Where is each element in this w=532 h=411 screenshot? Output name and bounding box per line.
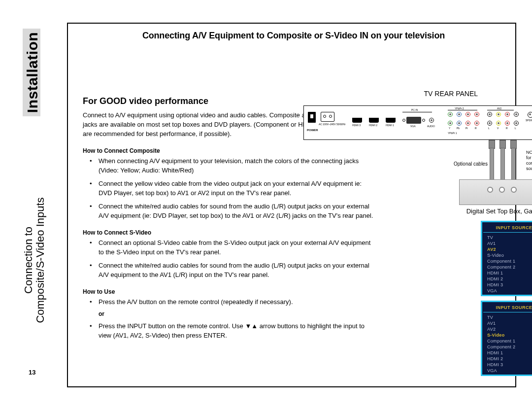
- input-item: HDMI 2: [483, 356, 532, 362]
- audio-jack-icon: [429, 118, 434, 123]
- input-item: TV: [483, 314, 532, 320]
- main-heading: Connecting A/V Equipment to Composite or…: [83, 31, 504, 41]
- input-menu-header-bottom: INPUT SOURCE: [483, 303, 532, 312]
- vga-screw-left: [402, 119, 405, 122]
- label-hdmi2: HDMI 2: [369, 124, 377, 127]
- hdmi2-port-icon: [369, 118, 379, 123]
- jack-av2-r: [505, 112, 510, 117]
- jack-spdif: [528, 112, 532, 118]
- jack-pr1: [466, 121, 470, 126]
- pc-in-bracket: [402, 112, 432, 112]
- jack-y2: [448, 112, 453, 117]
- hdmi1-port-icon: [386, 118, 396, 123]
- sidebar-subtitle: Connection to Composite/S-Video Inputs: [23, 197, 46, 323]
- input-item: HDMI 1: [483, 270, 532, 276]
- jack-pr2: [466, 112, 470, 117]
- stb-jack-1: [487, 187, 493, 193]
- label-y: Y: [449, 127, 450, 130]
- input-item: AV1: [483, 320, 532, 326]
- input-item: HDMI 1: [483, 350, 532, 356]
- stb-jack-2: [499, 187, 505, 193]
- composite-heading: How to Connect Composite: [83, 147, 504, 154]
- label-av2: AV2: [497, 107, 501, 110]
- av2-bracket: [487, 110, 514, 110]
- composite-bullet-1: When connecting A/V equipment to your te…: [83, 156, 373, 175]
- input-item: Component 1: [483, 338, 532, 344]
- input-item: HDMI 3: [483, 282, 532, 288]
- composite-list: When connecting A/V equipment to your te…: [83, 156, 373, 220]
- svideo-bullet-2: Connect the white/red audio cables for s…: [83, 261, 373, 279]
- label-r: R: [475, 127, 477, 130]
- input-item: HDMI 3: [483, 362, 532, 368]
- label-ypbpr1: YPbPr 1: [448, 132, 457, 135]
- howtouse-list-2: Press the INPUT button on the remote con…: [83, 321, 373, 340]
- label-audio: AUDIO: [427, 125, 435, 128]
- label-l: L: [488, 127, 490, 130]
- power-switch-icon: [308, 112, 316, 123]
- input-item: Component 2: [483, 344, 532, 350]
- sidebar-subtitle-line2: Composite/S-Video Inputs: [34, 197, 46, 323]
- jack-pb1: [457, 121, 462, 126]
- rear-panel-label: TV REAR PANEL: [424, 90, 478, 98]
- svideo-heading: How to Connect S-Video: [83, 229, 504, 236]
- label-ac: AC 100V~240V 50/60Hz: [319, 123, 336, 126]
- label-vga: VGA: [410, 125, 416, 128]
- jack-av1-l: [487, 121, 492, 126]
- howtouse-heading: How to Use: [83, 288, 504, 295]
- or-label: or: [83, 310, 504, 317]
- input-item: AV1: [483, 240, 532, 246]
- jack-av2-l2: [514, 112, 519, 117]
- input-item: Component 1: [483, 258, 532, 264]
- label-v: V: [497, 127, 499, 130]
- section-heading: For GOOD video performance: [83, 96, 504, 106]
- label-spdif: SPDIF: [526, 119, 532, 122]
- composite-bullet-2: Connect the yellow video cable from the …: [83, 179, 373, 198]
- input-item: AV2: [483, 326, 532, 332]
- input-item: HDMI 2: [483, 276, 532, 282]
- label-pb: Pb: [457, 127, 460, 130]
- input-source-menu-bottom: INPUT SOURCE TVAV1AV2S-VideoComponent 1C…: [481, 301, 532, 376]
- jack-pb2: [457, 112, 462, 117]
- stb-jack-3: [511, 187, 517, 193]
- composite-bullet-3: Connect the white/red audio cables for s…: [83, 202, 373, 220]
- vga-screw-right: [422, 119, 425, 122]
- hdmi3-port-icon: [352, 118, 362, 123]
- input-item: Component 2: [483, 264, 532, 270]
- set-top-box-label: Digital Set Top Box, Gaming Console: [451, 207, 532, 215]
- content: Connecting A/V Equipment to Composite or…: [83, 31, 504, 344]
- input-item: TV: [483, 235, 532, 240]
- vga-port-icon: [406, 117, 421, 124]
- howtouse-bullet-2: Press the INPUT button on the remote con…: [83, 321, 373, 340]
- label-hdmi3: HDMI 3: [352, 124, 361, 127]
- svideo-list: Connect an optional S-Video cable from t…: [83, 238, 373, 279]
- label-l2: L: [515, 127, 516, 130]
- page-number: 13: [29, 369, 35, 376]
- jack-r2a: [474, 112, 479, 117]
- input-menu-items-bottom: TVAV1AV2S-VideoComponent 1Component 2HDM…: [483, 314, 532, 374]
- label-r2: R: [506, 127, 508, 130]
- input-item: S-Video: [483, 332, 532, 338]
- jack-av2-l: [487, 112, 492, 117]
- cable-1: [490, 148, 494, 180]
- sidebar-title: Installation: [24, 32, 41, 113]
- ypbpr2-bracket: [448, 110, 477, 110]
- jack-av1-r: [505, 121, 510, 126]
- jack-av2-v: [496, 112, 501, 117]
- svideo-bullet-1: Connect an optional S-Video cable from t…: [83, 238, 373, 257]
- input-item: S-Video: [483, 252, 532, 258]
- optional-cables-label: Optional cables: [454, 161, 488, 167]
- label-pcin: PC IN: [411, 108, 418, 111]
- sidebar: Installation Connection to Composite/S-V…: [23, 23, 47, 387]
- jack-r1a: [474, 121, 479, 126]
- input-item: AV2: [483, 246, 532, 252]
- set-top-box-diagram: [459, 179, 532, 205]
- sidebar-subtitle-line1: Connection to: [22, 227, 34, 294]
- input-menu-items-top: TVAV1AV2S-VideoComponent 1Component 2HDM…: [483, 235, 532, 294]
- cable-2: [500, 148, 505, 180]
- label-hdmi1: HDMI 1: [386, 124, 394, 127]
- howtouse-list-1: Press the A/V button on the remote contr…: [83, 297, 373, 307]
- jack-av1-v: [496, 121, 501, 126]
- rear-panel-diagram: POWER AC 100V~240V 50/60Hz HDMI 3 HDMI 2…: [303, 105, 532, 140]
- input-source-menu-top: INPUT SOURCE TVAV1AV2S-VideoComponent 1C…: [481, 221, 532, 296]
- jack-av1-l2: [514, 121, 519, 126]
